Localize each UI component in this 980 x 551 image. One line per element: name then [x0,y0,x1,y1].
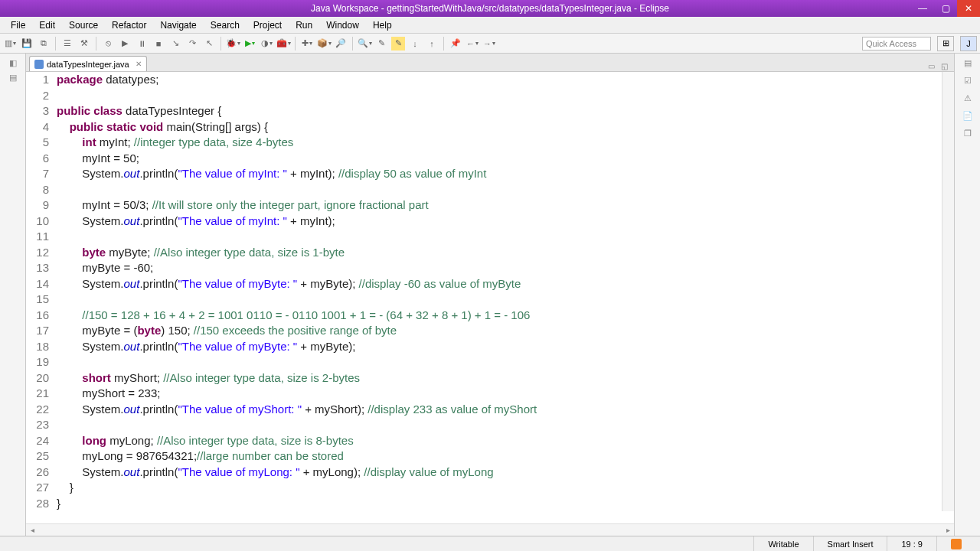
prev-annotation-button[interactable]: ↑ [425,37,439,51]
java-file-icon [34,60,44,69]
new-java-class-dropdown[interactable]: ✚ [300,37,314,51]
resume-button[interactable]: ▶ [118,37,132,51]
code-line[interactable]: public class dataTypesInteger { [57,103,942,119]
new-button[interactable]: ▥ [3,37,17,51]
code-line[interactable] [57,417,942,433]
minimize-view-icon[interactable]: ▭ [926,60,936,71]
menu-help[interactable]: Help [367,18,398,32]
terminate-button[interactable]: ■ [152,37,165,51]
build-button[interactable]: ⚒ [77,37,91,51]
step-over-button[interactable]: ↷ [185,37,199,51]
code-line[interactable]: System.out.println("The value of myInt: … [57,214,942,230]
status-cursor-position: 19 : 9 [887,536,936,551]
code-line[interactable]: System.out.println("The value of myByte:… [57,276,942,292]
open-perspective-button[interactable]: ⊞ [937,36,954,51]
minimize-button[interactable]: — [911,0,934,17]
maximize-button[interactable]: ▢ [934,0,957,17]
scroll-left-icon[interactable]: ◂ [26,526,38,534]
step-return-button[interactable]: ↖ [202,37,216,51]
toggle-mark-button[interactable]: ✎ [391,37,405,51]
quick-access-input[interactable]: Quick Access [862,37,931,51]
code-line[interactable]: public static void main(String[] args) { [57,119,942,135]
code-line[interactable]: //150 = 128 + 16 + 4 + 2 = 1001 0110 = -… [57,308,942,324]
task-list-icon[interactable]: ☑ [964,76,972,86]
menu-file[interactable]: File [5,18,31,32]
search-dropdown[interactable]: 🔍 [358,37,371,51]
code-line[interactable]: myByte = (byte) 150; //150 exceeds the p… [57,323,942,339]
close-tab-icon[interactable]: ✕ [136,60,142,68]
save-all-button[interactable]: ⧉ [37,37,51,51]
source-text[interactable]: package datatypes;public class dataTypes… [57,72,942,511]
horizontal-scrollbar[interactable]: ◂ ▸ [26,523,954,536]
save-button[interactable]: 💾 [20,37,34,51]
code-line[interactable] [57,292,942,308]
declaration-icon[interactable]: ❐ [964,129,972,139]
skip-breakpoints-button[interactable]: ⦸ [101,37,115,51]
restore-view-icon[interactable]: ◧ [9,58,17,68]
toggle-breadcrumb-button[interactable]: ☰ [60,37,74,51]
code-line[interactable]: package datatypes; [57,72,942,88]
menu-run[interactable]: Run [289,18,318,32]
menu-project[interactable]: Project [247,18,288,32]
code-line[interactable]: byte myByte; //Also integer type data, s… [57,245,942,261]
workbench: ◧ ▤ dataTypesInteger.java ✕ ▭ ◱ 12345678… [0,54,980,536]
code-line[interactable] [57,88,942,104]
code-line[interactable]: } [57,480,942,496]
code-editor[interactable]: 1234567891011121314151617181920212223242… [26,72,954,523]
menu-window[interactable]: Window [320,18,365,32]
menu-source[interactable]: Source [63,18,104,32]
menu-bar: FileEditSourceRefactorNavigateSearchProj… [0,17,980,34]
code-line[interactable]: myShort = 233; [57,386,942,402]
code-line[interactable]: System.out.println("The value of myInt: … [57,166,942,182]
next-annotation-button[interactable]: ↓ [408,37,422,51]
separator [443,37,444,51]
window-title: Java Workspace - gettingStartedWithJava/… [311,3,669,14]
maximize-view-icon[interactable]: ◱ [939,60,949,71]
code-line[interactable]: } [57,496,942,512]
suspend-button[interactable]: ⏸ [135,37,149,51]
external-tools-dropdown[interactable]: 🧰 [276,37,290,51]
menu-navigate[interactable]: Navigate [154,18,202,32]
code-line[interactable]: System.out.println("The value of myShort… [57,402,942,418]
code-line[interactable]: System.out.println("The value of myByte:… [57,339,942,355]
vertical-scrollbar[interactable] [942,72,954,511]
java-perspective-button[interactable]: J [960,36,977,51]
window-controls: — ▢ ✕ [911,0,980,17]
code-line[interactable]: System.out.println("The value of myLong:… [57,465,942,481]
problems-icon[interactable]: ⚠ [964,93,972,103]
debug-dropdown[interactable]: 🐞 [226,37,240,51]
code-line[interactable]: myInt = 50/3; //It will store only the i… [57,197,942,214]
step-into-button[interactable]: ↘ [168,37,182,51]
separator [96,37,96,51]
pin-editor-button[interactable]: 📌 [449,37,462,51]
javadoc-icon[interactable]: 📄 [962,111,973,121]
separator [352,37,353,51]
scroll-right-icon[interactable]: ▸ [942,526,954,534]
back-button[interactable]: ← [466,37,479,51]
code-line[interactable]: myByte = -60; [57,260,942,276]
editor-tab[interactable]: dataTypesInteger.java ✕ [29,56,147,71]
menu-edit[interactable]: Edit [33,18,61,32]
rss-icon[interactable] [951,539,962,549]
outline-view-icon[interactable]: ▤ [964,58,972,68]
tab-label: dataTypesInteger.java [47,60,129,69]
code-line[interactable]: myInt = 50; [57,151,942,167]
package-explorer-icon[interactable]: ▤ [9,73,17,83]
menu-refactor[interactable]: Refactor [106,18,152,32]
code-line[interactable]: short myShort; //Also integer type data,… [57,370,942,386]
run-dropdown[interactable]: ▶ [243,37,256,51]
separator [55,37,56,51]
annotations-button[interactable]: ✎ [374,37,388,51]
code-line[interactable]: int myInt; //integer type data, size 4-b… [57,135,942,151]
forward-button[interactable]: → [482,37,496,51]
code-line[interactable]: myLong = 987654321;//large number can be… [57,448,942,465]
close-button[interactable]: ✕ [957,0,980,17]
coverage-dropdown[interactable]: ◑ [260,37,273,51]
code-line[interactable] [57,182,942,198]
code-line[interactable]: long myLong; //Also integer type data, s… [57,433,942,449]
open-type-button[interactable]: 🔎 [334,37,348,51]
new-package-dropdown[interactable]: 📦 [317,37,331,51]
menu-search[interactable]: Search [204,18,246,32]
code-line[interactable] [57,229,942,245]
code-line[interactable] [57,354,942,370]
